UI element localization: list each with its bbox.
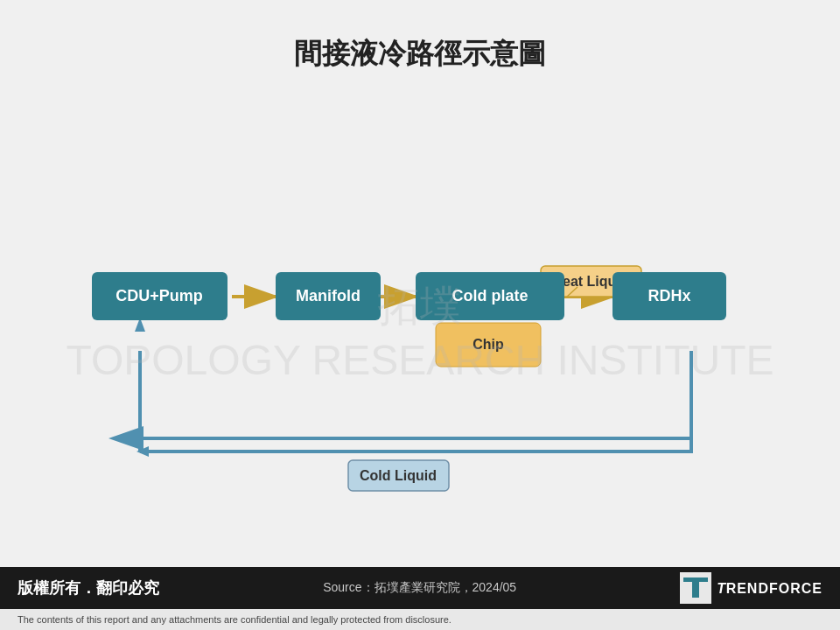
cold-liquid-label: Cold Liquid (360, 468, 437, 483)
coldplate-label: Cold plate (452, 287, 528, 304)
diagram-area: 拓墣TOPOLOGY RESEARCH INSTITUTE (0, 100, 840, 567)
cdu-label: CDU+Pump (116, 287, 203, 304)
logo-icon (680, 572, 711, 604)
svg-rect-6 (692, 582, 699, 598)
rdhx-label: RDHx (648, 287, 690, 304)
main-container: 間接液冷路徑示意圖 拓墣TOPOLOGY RESEARCH INSTITUTE (0, 0, 840, 630)
content-area: 間接液冷路徑示意圖 拓墣TOPOLOGY RESEARCH INSTITUTE (0, 0, 840, 567)
footer-disclaimer: The contents of this report and any atta… (0, 609, 840, 630)
page-title: 間接液冷路徑示意圖 (294, 35, 546, 74)
disclaimer-text: The contents of this report and any atta… (18, 614, 452, 625)
manifold-label: Manifold (296, 287, 360, 304)
logo-text: TRENDFORCE (717, 579, 822, 598)
footer-right: TRENDFORCE (680, 572, 822, 604)
svg-rect-5 (683, 578, 708, 582)
footer-center-text: Source：拓墣產業研究院，2024/05 (159, 580, 680, 596)
trendforce-logo: TRENDFORCE (680, 572, 822, 604)
footer-left-text: 版權所有．翻印必究 (18, 578, 159, 598)
return-path-right (140, 351, 691, 452)
footer-bar: 版權所有．翻印必究 Source：拓墣產業研究院，2024/05 TRENDFO… (0, 567, 840, 609)
diagram-svg: Heat Liquid Cold Liquid (0, 100, 840, 567)
chip-label: Chip (472, 337, 504, 352)
